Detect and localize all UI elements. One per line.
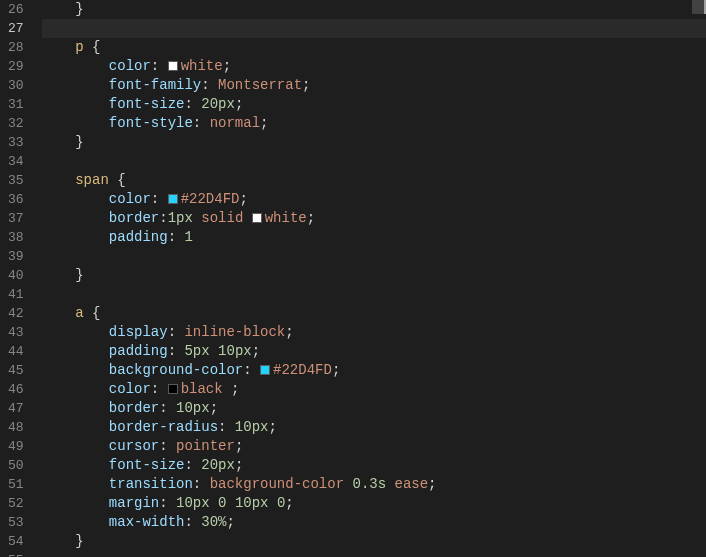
token-punc — [226, 495, 234, 511]
code-line[interactable]: font-size: 20px; — [42, 456, 706, 475]
code-line[interactable]: padding: 5px 10px; — [42, 342, 706, 361]
token-selector: p — [75, 39, 83, 55]
token-punc: : — [243, 362, 260, 378]
token-punc: ; — [223, 58, 231, 74]
line-number: 40 — [8, 266, 24, 285]
token-punc: ; — [235, 96, 243, 112]
code-line[interactable]: font-style: normal; — [42, 114, 706, 133]
token-prop: padding — [109, 229, 168, 245]
code-editor[interactable]: 2627282930313233343536373839404142434445… — [0, 0, 706, 557]
token-punc: : — [168, 229, 185, 245]
code-line[interactable]: a { — [42, 304, 706, 323]
token-prop: transition — [109, 476, 193, 492]
line-number: 27 — [8, 19, 24, 38]
token-punc: : — [159, 495, 176, 511]
token-punc: : — [151, 381, 168, 397]
token-brace: { — [117, 172, 125, 188]
token-value: solid — [201, 210, 243, 226]
code-line[interactable]: background-color: #22D4FD; — [42, 361, 706, 380]
token-punc — [269, 495, 277, 511]
code-line[interactable]: border:1px solid white; — [42, 209, 706, 228]
token-prop: color — [109, 381, 151, 397]
code-line[interactable]: span { — [42, 171, 706, 190]
token-punc: : — [151, 191, 168, 207]
code-line[interactable]: margin: 10px 0 10px 0; — [42, 494, 706, 513]
token-punc — [84, 39, 92, 55]
code-line[interactable]: } — [42, 0, 706, 19]
code-line[interactable] — [42, 247, 706, 266]
token-prop: border-radius — [109, 419, 218, 435]
line-number: 52 — [8, 494, 24, 513]
code-line[interactable]: max-width: 30%; — [42, 513, 706, 532]
code-line[interactable] — [42, 152, 706, 171]
line-number: 31 — [8, 95, 24, 114]
token-punc: ; — [235, 438, 243, 454]
code-line[interactable]: font-size: 20px; — [42, 95, 706, 114]
code-area[interactable]: } p { color: white; font-family: Montser… — [42, 0, 706, 557]
code-line[interactable]: transition: background-color 0.3s ease; — [42, 475, 706, 494]
token-brace: } — [75, 1, 83, 17]
token-value: #22D4FD — [181, 191, 240, 207]
token-brace: } — [75, 134, 83, 150]
line-number: 48 — [8, 418, 24, 437]
code-line[interactable]: cursor: pointer; — [42, 437, 706, 456]
token-selector: span — [75, 172, 109, 188]
token-punc: ; — [235, 457, 243, 473]
token-value: normal — [210, 115, 260, 131]
code-line[interactable] — [42, 19, 706, 38]
line-number: 55 — [8, 551, 24, 557]
token-number: 30% — [201, 514, 226, 530]
token-value: pointer — [176, 438, 235, 454]
line-number: 46 — [8, 380, 24, 399]
token-prop: font-style — [109, 115, 193, 131]
code-line[interactable]: color: white; — [42, 57, 706, 76]
token-number: 1 — [184, 229, 192, 245]
token-prop: cursor — [109, 438, 159, 454]
code-line[interactable]: padding: 1 — [42, 228, 706, 247]
code-line[interactable]: border-radius: 10px; — [42, 418, 706, 437]
token-brace: } — [75, 533, 83, 549]
code-line[interactable]: display: inline-block; — [42, 323, 706, 342]
token-punc: ; — [210, 400, 218, 416]
token-punc: ; — [285, 495, 293, 511]
token-punc: ; — [268, 419, 276, 435]
token-brace: { — [92, 39, 100, 55]
token-selector: a — [75, 305, 83, 321]
token-value: inline-block — [184, 324, 285, 340]
code-line[interactable]: color: black ; — [42, 380, 706, 399]
vertical-scrollbar[interactable] — [692, 0, 706, 557]
token-value: black — [181, 381, 223, 397]
token-punc: : — [151, 58, 168, 74]
line-number: 36 — [8, 190, 24, 209]
code-line[interactable]: color: #22D4FD; — [42, 190, 706, 209]
token-punc: ; — [428, 476, 436, 492]
token-value: Montserrat — [218, 77, 302, 93]
token-punc — [210, 343, 218, 359]
token-number: 10px — [218, 343, 252, 359]
token-prop: color — [109, 191, 151, 207]
token-punc: : — [184, 457, 201, 473]
line-number: 50 — [8, 456, 24, 475]
token-punc: ; — [226, 514, 234, 530]
token-punc: ; — [252, 343, 260, 359]
code-line[interactable]: border: 10px; — [42, 399, 706, 418]
code-line[interactable] — [42, 551, 706, 557]
line-number: 39 — [8, 247, 24, 266]
code-line[interactable]: p { — [42, 38, 706, 57]
line-number: 32 — [8, 114, 24, 133]
line-number: 33 — [8, 133, 24, 152]
code-line[interactable]: } — [42, 532, 706, 551]
code-line[interactable]: } — [42, 133, 706, 152]
token-punc: : — [201, 77, 218, 93]
line-number: 30 — [8, 76, 24, 95]
code-line[interactable] — [42, 285, 706, 304]
code-line[interactable]: font-family: Montserrat; — [42, 76, 706, 95]
line-number: 47 — [8, 399, 24, 418]
token-punc: : — [168, 343, 185, 359]
code-line[interactable]: } — [42, 266, 706, 285]
token-prop: margin — [109, 495, 159, 511]
token-number: 5px — [184, 343, 209, 359]
token-punc: : — [159, 438, 176, 454]
token-punc — [386, 476, 394, 492]
token-punc: : — [193, 476, 210, 492]
